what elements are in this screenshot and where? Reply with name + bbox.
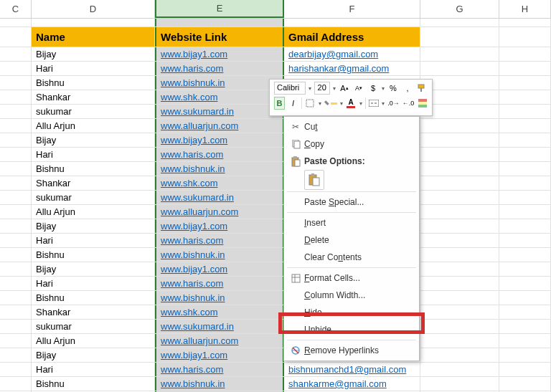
font-selector[interactable]: Calibri bbox=[274, 82, 306, 95]
cell-website[interactable]: www.bishnuk.in bbox=[155, 291, 284, 305]
merge-button[interactable] bbox=[368, 97, 379, 110]
cell-website[interactable]: www.sukumard.in bbox=[155, 191, 284, 204]
table-row[interactable]: Bishnuwww.bishnuk.innail.com bbox=[0, 291, 551, 305]
cell-name[interactable]: Bishnu bbox=[32, 248, 155, 262]
cell-name[interactable]: Bishnu bbox=[32, 377, 155, 391]
comma-button[interactable]: , bbox=[402, 82, 413, 95]
cell-website[interactable]: www.haris.com bbox=[155, 62, 284, 75]
table-row[interactable]: Shankarwww.shk.comom bbox=[0, 305, 551, 320]
cell-name[interactable]: Allu Arjun bbox=[32, 205, 155, 219]
cell-website[interactable]: www.haris.com bbox=[155, 363, 284, 376]
col-header-g[interactable]: G bbox=[420, 0, 499, 18]
table-row[interactable]: Bijaywww.bijay1.comnail.com bbox=[0, 219, 551, 234]
paste-option-default[interactable] bbox=[304, 170, 324, 190]
format-painter-icon[interactable] bbox=[416, 82, 428, 95]
menu-delete[interactable]: Delete bbox=[284, 231, 419, 249]
menu-column-width[interactable]: Column Width... bbox=[284, 287, 419, 304]
cell-website[interactable]: www.bijay1.com bbox=[155, 262, 284, 276]
italic-button[interactable]: I bbox=[288, 97, 298, 110]
table-row[interactable]: Allu Arjunwww.alluarjun.comdearbijay@gma… bbox=[0, 119, 551, 133]
table-row[interactable]: Hariwww.haris.comcom bbox=[0, 277, 551, 291]
cell-name[interactable]: Hari bbox=[32, 363, 155, 376]
menu-paste-special[interactable]: Paste Special... bbox=[284, 193, 419, 211]
menu-remove-hyperlinks[interactable]: Remove Hyperlinks bbox=[284, 342, 419, 359]
cell-website[interactable]: www.haris.com bbox=[155, 148, 284, 161]
menu-clear-contents[interactable]: Clear Contents bbox=[284, 249, 419, 266]
cell-name[interactable]: Bijay bbox=[32, 47, 155, 61]
table-row[interactable]: Shankarwww.shk.com bbox=[0, 176, 551, 191]
spreadsheet-grid[interactable]: Name Website Link Gmail Address Bijaywww… bbox=[0, 19, 551, 392]
cell-name[interactable]: Allu Arjun bbox=[32, 334, 155, 348]
table-row[interactable]: Allu Arjunwww.alluarjun.comcom bbox=[0, 205, 551, 219]
cell-name[interactable]: Bijay bbox=[32, 133, 155, 147]
cell-name[interactable]: Hari bbox=[32, 148, 155, 161]
menu-unhide[interactable]: Unhide bbox=[284, 321, 419, 338]
cell-website[interactable]: www.bijay1.com bbox=[155, 47, 284, 61]
cell-name[interactable]: Hari bbox=[32, 277, 155, 290]
cell-email[interactable]: dearbijay@gmail.com bbox=[284, 47, 420, 61]
cell-website[interactable]: www.bishnuk.in bbox=[155, 377, 284, 391]
table-row[interactable]: Bishnuwww.bishnuk.inom bbox=[0, 162, 551, 176]
cell-name[interactable]: Shankar bbox=[32, 90, 155, 104]
cell-website[interactable]: www.shk.com bbox=[155, 176, 284, 190]
cell-website[interactable]: www.bijay1.com bbox=[155, 133, 284, 147]
cell-website[interactable]: www.alluarjun.com bbox=[155, 334, 284, 348]
table-row[interactable]: Hariwww.haris.comom bbox=[0, 234, 551, 248]
cell-name[interactable]: sukumar bbox=[32, 320, 155, 333]
table-row[interactable]: Bishnuwww.bishnuk.inshankarme@gmail.com bbox=[0, 377, 551, 391]
cell-name[interactable]: Shankar bbox=[32, 176, 155, 190]
col-header-e[interactable]: E bbox=[155, 0, 284, 18]
cell-email[interactable]: shankarme@gmail.com bbox=[284, 377, 420, 391]
cell-email[interactable]: bishnumanchd1@gmail.com bbox=[284, 363, 420, 376]
table-row[interactable]: sukumarwww.sukumard.inm bbox=[0, 191, 551, 205]
decrease-decimal-button[interactable]: ←.0 bbox=[402, 97, 415, 110]
table-row[interactable]: Hariwww.haris.comnail.com bbox=[0, 148, 551, 162]
table-row[interactable]: Bijaywww.bijay1.comcom bbox=[0, 133, 551, 148]
cell-website[interactable]: www.bijay1.com bbox=[155, 348, 284, 362]
col-header-d[interactable]: D bbox=[32, 0, 155, 18]
menu-insert[interactable]: Insert bbox=[284, 214, 419, 231]
cell-name[interactable]: Bishnu bbox=[32, 291, 155, 305]
table-row[interactable]: Hariwww.haris.combishnumanchd1@gmail.com bbox=[0, 363, 551, 377]
increase-font-button[interactable]: A▴ bbox=[339, 82, 350, 95]
table-row[interactable]: Bishnuwww.bishnuk.in bbox=[0, 248, 551, 262]
cell-name[interactable]: Allu Arjun bbox=[32, 119, 155, 133]
font-color-button[interactable]: A bbox=[346, 97, 357, 110]
cell-name[interactable]: Shankar bbox=[32, 305, 155, 319]
cell-name[interactable]: Bijay bbox=[32, 262, 155, 276]
cell-website[interactable]: www.shk.com bbox=[155, 305, 284, 319]
col-header-f[interactable]: F bbox=[284, 0, 420, 18]
cell-name[interactable]: Bijay bbox=[32, 348, 155, 362]
fill-color-button[interactable] bbox=[324, 97, 337, 110]
cell-website[interactable]: www.alluarjun.com bbox=[155, 119, 284, 133]
cell-website[interactable]: www.haris.com bbox=[155, 277, 284, 290]
table-row[interactable]: Bijaywww.bijay1.comcom bbox=[0, 348, 551, 363]
cell-website[interactable]: www.sukumard.in bbox=[155, 320, 284, 333]
table-row[interactable]: Allu Arjunwww.alluarjun.comm bbox=[0, 334, 551, 348]
conditional-format-button[interactable] bbox=[417, 97, 428, 110]
menu-cut[interactable]: ✂ Cut bbox=[284, 118, 419, 135]
menu-hide[interactable]: Hide bbox=[284, 304, 419, 321]
cell-website[interactable]: www.sukumard.in bbox=[155, 105, 284, 118]
percent-button[interactable]: % bbox=[387, 82, 399, 95]
cell-website[interactable]: www.alluarjun.com bbox=[155, 205, 284, 219]
cell-website[interactable]: www.haris.com bbox=[155, 234, 284, 247]
cell-name[interactable]: Bijay bbox=[32, 219, 155, 233]
table-row[interactable]: Bijaywww.bijay1.comm bbox=[0, 262, 551, 277]
menu-copy[interactable]: Copy bbox=[284, 135, 419, 153]
table-row[interactable]: Hariwww.haris.comharishankar@gmail.com bbox=[0, 62, 551, 76]
borders-button[interactable] bbox=[305, 97, 316, 110]
cell-name[interactable]: sukumar bbox=[32, 191, 155, 204]
col-header-h[interactable]: H bbox=[499, 0, 551, 18]
cell-name[interactable]: sukumar bbox=[32, 105, 155, 118]
bold-button[interactable]: B bbox=[274, 97, 285, 110]
currency-button[interactable]: $ bbox=[367, 82, 379, 95]
col-header-c[interactable]: C bbox=[0, 0, 32, 18]
cell-website[interactable]: www.bijay1.com bbox=[155, 219, 284, 233]
cell-name[interactable]: Hari bbox=[32, 234, 155, 247]
decrease-font-button[interactable]: A▾ bbox=[353, 82, 364, 95]
cell-name[interactable]: Bishnu bbox=[32, 76, 155, 90]
increase-decimal-button[interactable]: .0→ bbox=[387, 97, 400, 110]
cell-website[interactable]: www.bishnuk.in bbox=[155, 162, 284, 176]
cell-website[interactable]: www.bishnuk.in bbox=[155, 76, 284, 90]
